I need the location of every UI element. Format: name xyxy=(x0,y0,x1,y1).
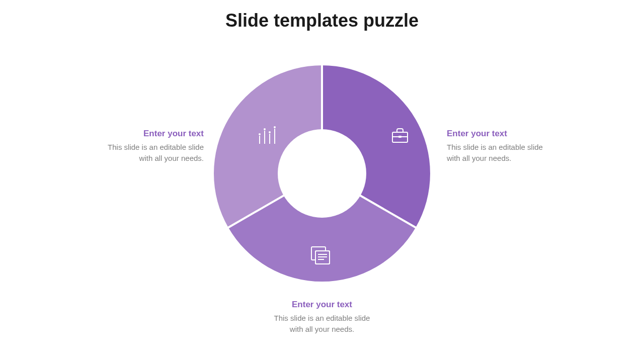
label-top-left-body: This slide is an editable slide with all… xyxy=(103,142,204,164)
slide-canvas: Slide templates puzzle xyxy=(0,0,644,362)
puzzle-donut xyxy=(211,63,433,284)
label-bottom: Enter your text This slide is an editabl… xyxy=(272,300,372,335)
slide-title: Slide templates puzzle xyxy=(0,10,644,31)
label-top-right: Enter your text This slide is an editabl… xyxy=(447,129,547,164)
label-top-right-body: This slide is an editable slide with all… xyxy=(447,142,547,164)
label-top-left: Enter your text This slide is an editabl… xyxy=(103,129,204,164)
label-top-right-title: Enter your text xyxy=(447,129,547,139)
label-bottom-body: This slide is an editable slide with all… xyxy=(272,313,372,335)
donut-hole xyxy=(278,129,366,218)
label-bottom-title: Enter your text xyxy=(272,300,372,310)
label-top-left-title: Enter your text xyxy=(103,129,204,139)
